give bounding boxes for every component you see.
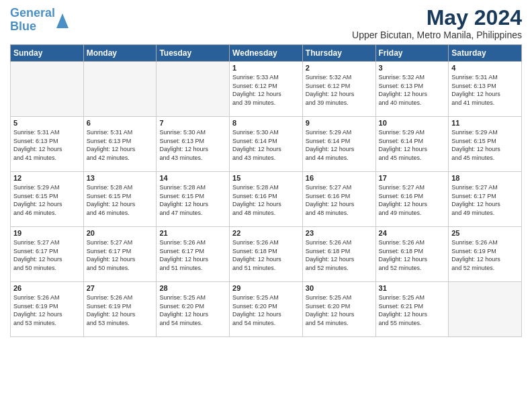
day-number: 28 <box>159 284 226 292</box>
header-friday: Friday <box>375 45 449 62</box>
table-row: 16Sunrise: 5:27 AMSunset: 6:16 PMDayligh… <box>302 172 375 227</box>
title-block: May 2024 Upper Bicutan, Metro Manila, Ph… <box>352 7 522 40</box>
day-info: Sunrise: 5:26 AMSunset: 6:19 PMDaylight:… <box>87 293 154 327</box>
logo-line2: Blue <box>10 20 36 34</box>
table-row: 27Sunrise: 5:26 AMSunset: 6:19 PMDayligh… <box>83 282 157 337</box>
day-number: 25 <box>451 229 519 237</box>
header-tuesday: Tuesday <box>157 45 230 62</box>
day-info: Sunrise: 5:26 AMSunset: 6:18 PMDaylight:… <box>306 238 373 272</box>
day-number: 17 <box>379 174 446 182</box>
day-number: 14 <box>159 174 226 182</box>
day-info: Sunrise: 5:31 AMSunset: 6:13 PMDaylight:… <box>451 73 519 107</box>
day-info: Sunrise: 5:25 AMSunset: 6:20 PMDaylight:… <box>306 293 373 327</box>
day-info: Sunrise: 5:33 AMSunset: 6:12 PMDaylight:… <box>232 73 300 107</box>
day-number: 12 <box>13 174 81 182</box>
logo-triangle-icon <box>56 13 69 28</box>
day-info: Sunrise: 5:27 AMSunset: 6:17 PMDaylight:… <box>451 183 519 217</box>
table-row: 3Sunrise: 5:32 AMSunset: 6:13 PMDaylight… <box>375 62 449 117</box>
calendar-title: May 2024 <box>427 7 522 28</box>
day-info: Sunrise: 5:28 AMSunset: 6:16 PMDaylight:… <box>232 183 300 217</box>
header-monday: Monday <box>83 45 157 62</box>
day-info: Sunrise: 5:26 AMSunset: 6:19 PMDaylight:… <box>451 238 519 272</box>
day-info: Sunrise: 5:25 AMSunset: 6:20 PMDaylight:… <box>232 293 300 327</box>
day-number: 4 <box>451 64 519 72</box>
day-number: 29 <box>232 284 300 292</box>
day-number: 2 <box>306 64 373 72</box>
day-number: 23 <box>306 229 373 237</box>
logo-text-block: General Blue <box>10 7 69 34</box>
table-row: 7Sunrise: 5:30 AMSunset: 6:13 PMDaylight… <box>157 117 230 172</box>
header-saturday: Saturday <box>449 45 522 62</box>
table-row: 21Sunrise: 5:26 AMSunset: 6:17 PMDayligh… <box>157 227 230 282</box>
header: General Blue May 2024 Upper Bicutan, Met… <box>10 7 522 40</box>
day-info: Sunrise: 5:28 AMSunset: 6:15 PMDaylight:… <box>159 183 226 217</box>
table-row: 8Sunrise: 5:30 AMSunset: 6:14 PMDaylight… <box>230 117 303 172</box>
day-info: Sunrise: 5:31 AMSunset: 6:13 PMDaylight:… <box>87 128 154 162</box>
day-number: 30 <box>306 284 373 292</box>
day-number: 20 <box>87 229 154 237</box>
day-info: Sunrise: 5:26 AMSunset: 6:19 PMDaylight:… <box>13 293 81 327</box>
table-row: 4Sunrise: 5:31 AMSunset: 6:13 PMDaylight… <box>449 62 522 117</box>
table-row: 28Sunrise: 5:25 AMSunset: 6:20 PMDayligh… <box>157 282 230 337</box>
table-row: 24Sunrise: 5:26 AMSunset: 6:18 PMDayligh… <box>375 227 449 282</box>
day-info: Sunrise: 5:29 AMSunset: 6:14 PMDaylight:… <box>306 128 373 162</box>
day-number: 5 <box>13 119 81 127</box>
table-row: 13Sunrise: 5:28 AMSunset: 6:15 PMDayligh… <box>83 172 157 227</box>
svg-marker-0 <box>56 13 69 28</box>
day-info: Sunrise: 5:32 AMSunset: 6:12 PMDaylight:… <box>306 73 373 107</box>
day-number: 9 <box>306 119 373 127</box>
day-info: Sunrise: 5:26 AMSunset: 6:17 PMDaylight:… <box>159 238 226 272</box>
header-sunday: Sunday <box>11 45 84 62</box>
day-info: Sunrise: 5:32 AMSunset: 6:13 PMDaylight:… <box>379 73 446 107</box>
day-info: Sunrise: 5:25 AMSunset: 6:20 PMDaylight:… <box>159 293 226 327</box>
page: General Blue May 2024 Upper Bicutan, Met… <box>0 0 532 411</box>
day-number: 8 <box>232 119 300 127</box>
day-info: Sunrise: 5:25 AMSunset: 6:21 PMDaylight:… <box>379 293 446 327</box>
day-number: 22 <box>232 229 300 237</box>
day-number: 19 <box>13 229 81 237</box>
table-row: 29Sunrise: 5:25 AMSunset: 6:20 PMDayligh… <box>230 282 303 337</box>
table-row: 18Sunrise: 5:27 AMSunset: 6:17 PMDayligh… <box>449 172 522 227</box>
day-info: Sunrise: 5:27 AMSunset: 6:16 PMDaylight:… <box>306 183 373 217</box>
table-row: 10Sunrise: 5:29 AMSunset: 6:14 PMDayligh… <box>375 117 449 172</box>
day-number: 24 <box>379 229 446 237</box>
day-number: 15 <box>232 174 300 182</box>
table-row: 30Sunrise: 5:25 AMSunset: 6:20 PMDayligh… <box>302 282 375 337</box>
table-row: 15Sunrise: 5:28 AMSunset: 6:16 PMDayligh… <box>230 172 303 227</box>
day-number: 7 <box>159 119 226 127</box>
day-info: Sunrise: 5:31 AMSunset: 6:13 PMDaylight:… <box>13 128 81 162</box>
weekday-header-row: Sunday Monday Tuesday Wednesday Thursday… <box>11 45 522 62</box>
logo: General Blue <box>10 7 69 34</box>
logo-line1: General <box>10 7 55 20</box>
day-info: Sunrise: 5:30 AMSunset: 6:13 PMDaylight:… <box>159 128 226 162</box>
table-row: 17Sunrise: 5:27 AMSunset: 6:16 PMDayligh… <box>375 172 449 227</box>
day-info: Sunrise: 5:26 AMSunset: 6:18 PMDaylight:… <box>379 238 446 272</box>
day-info: Sunrise: 5:29 AMSunset: 6:15 PMDaylight:… <box>451 128 519 162</box>
table-row: 31Sunrise: 5:25 AMSunset: 6:21 PMDayligh… <box>375 282 449 337</box>
table-row <box>83 62 157 117</box>
header-wednesday: Wednesday <box>230 45 303 62</box>
table-row: 26Sunrise: 5:26 AMSunset: 6:19 PMDayligh… <box>11 282 84 337</box>
calendar-location: Upper Bicutan, Metro Manila, Philippines <box>352 30 522 40</box>
day-number: 18 <box>451 174 519 182</box>
day-number: 26 <box>13 284 81 292</box>
day-number: 6 <box>87 119 154 127</box>
table-row: 6Sunrise: 5:31 AMSunset: 6:13 PMDaylight… <box>83 117 157 172</box>
day-number: 31 <box>379 284 446 292</box>
table-row: 14Sunrise: 5:28 AMSunset: 6:15 PMDayligh… <box>157 172 230 227</box>
table-row: 9Sunrise: 5:29 AMSunset: 6:14 PMDaylight… <box>302 117 375 172</box>
table-row: 1Sunrise: 5:33 AMSunset: 6:12 PMDaylight… <box>230 62 303 117</box>
table-row <box>449 282 522 337</box>
calendar-week-row: 1Sunrise: 5:33 AMSunset: 6:12 PMDaylight… <box>11 62 522 117</box>
calendar-week-row: 5Sunrise: 5:31 AMSunset: 6:13 PMDaylight… <box>11 117 522 172</box>
table-row: 20Sunrise: 5:27 AMSunset: 6:17 PMDayligh… <box>83 227 157 282</box>
day-info: Sunrise: 5:27 AMSunset: 6:17 PMDaylight:… <box>87 238 154 272</box>
day-number: 21 <box>159 229 226 237</box>
day-info: Sunrise: 5:27 AMSunset: 6:16 PMDaylight:… <box>379 183 446 217</box>
day-number: 1 <box>232 64 300 72</box>
day-number: 11 <box>451 119 519 127</box>
table-row: 11Sunrise: 5:29 AMSunset: 6:15 PMDayligh… <box>449 117 522 172</box>
day-number: 13 <box>87 174 154 182</box>
table-row: 19Sunrise: 5:27 AMSunset: 6:17 PMDayligh… <box>11 227 84 282</box>
day-info: Sunrise: 5:28 AMSunset: 6:15 PMDaylight:… <box>87 183 154 217</box>
